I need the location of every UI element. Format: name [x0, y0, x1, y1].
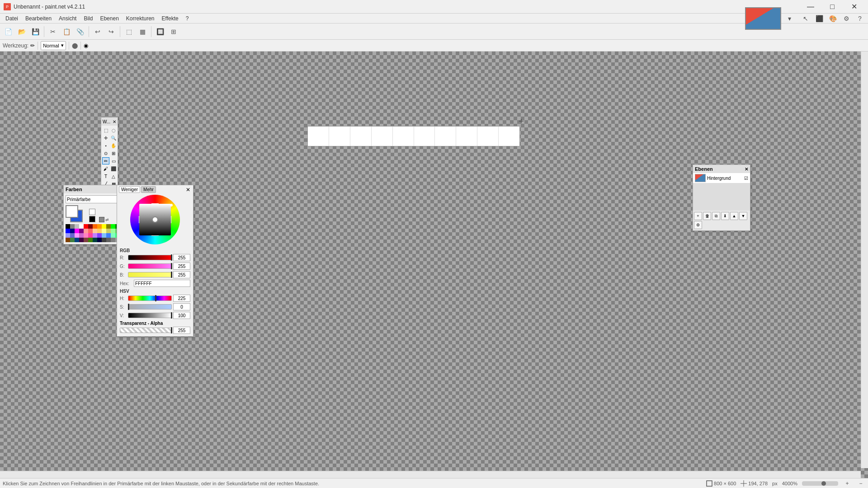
color-swatch[interactable]: [75, 238, 79, 242]
color-swatch[interactable]: [97, 229, 102, 233]
layer-item-background[interactable]: Hintergrund ☑: [693, 173, 750, 183]
tool-eraser[interactable]: ▭: [110, 157, 117, 164]
vertical-scrollbar[interactable]: [861, 52, 868, 468]
tool-text[interactable]: T: [102, 173, 109, 180]
color-swatch[interactable]: [88, 238, 93, 242]
menu-datei[interactable]: Datei: [2, 14, 22, 23]
cut-button[interactable]: ✂: [47, 25, 59, 38]
duplicate-layer-button[interactable]: ⧉: [712, 212, 720, 220]
alpha-value[interactable]: 255: [173, 327, 190, 334]
menu-ebenen[interactable]: Ebenen: [96, 14, 122, 23]
thumbnail-dropdown[interactable]: ▾: [783, 12, 796, 25]
s-value[interactable]: 0: [173, 303, 190, 310]
b-value[interactable]: 255: [173, 271, 190, 278]
color-swatch[interactable]: [70, 229, 75, 233]
open-file-button[interactable]: 📂: [15, 25, 28, 38]
color-swatch[interactable]: [70, 224, 75, 229]
toolbox-close-button[interactable]: ✕: [113, 119, 116, 124]
color-swatch[interactable]: [102, 238, 106, 242]
tool-shapes[interactable]: △: [110, 173, 117, 180]
color-swatch[interactable]: [88, 229, 93, 233]
zoom-in-button[interactable]: +: [843, 479, 852, 488]
toolbox-header[interactable]: W... ✕: [101, 117, 118, 126]
color-swatch[interactable]: [106, 229, 111, 233]
tool-lasso[interactable]: ◌: [110, 127, 117, 134]
hex-value[interactable]: FFFFFF: [134, 280, 190, 287]
b-slider[interactable]: [128, 272, 172, 277]
new-file-button[interactable]: 📄: [2, 25, 14, 38]
layer-properties-button[interactable]: ⚙: [694, 221, 702, 229]
crop-button[interactable]: 🔲: [154, 25, 166, 38]
color-swatch[interactable]: [97, 224, 102, 229]
delete-layer-button[interactable]: 🗑: [703, 212, 711, 220]
transparency-swatch[interactable]: [99, 217, 104, 222]
blend-mode-dropdown[interactable]: Normal ▾: [41, 41, 66, 50]
color-swatch[interactable]: [70, 233, 75, 238]
color-swatch[interactable]: [106, 233, 111, 238]
color-swatch[interactable]: [111, 224, 115, 229]
toolbar-settings-left[interactable]: ↖: [799, 12, 812, 25]
background-reset[interactable]: [89, 216, 95, 222]
color-swatch[interactable]: [66, 233, 70, 238]
color-swatch[interactable]: [84, 229, 88, 233]
zoom-slider[interactable]: [802, 481, 838, 486]
color-swatch[interactable]: [102, 224, 106, 229]
r-slider[interactable]: [128, 255, 172, 260]
color-swatch[interactable]: [111, 229, 115, 233]
color-swatch[interactable]: [66, 238, 70, 242]
layers-header[interactable]: Ebenen ✕: [693, 165, 750, 173]
add-layer-button[interactable]: +: [694, 212, 702, 220]
save-button[interactable]: 💾: [29, 25, 42, 38]
g-value[interactable]: 255: [173, 263, 190, 270]
color-swatch[interactable]: [84, 224, 88, 229]
color-swatch[interactable]: [93, 224, 97, 229]
swap-icon[interactable]: ⇌: [105, 217, 109, 222]
color-swatch[interactable]: [75, 224, 79, 229]
r-value[interactable]: 255: [173, 254, 190, 261]
zoom-out-button[interactable]: −: [856, 479, 865, 488]
tool-pencil[interactable]: ✏: [102, 157, 109, 164]
toolbar-question[interactable]: ?: [854, 12, 866, 25]
tool-magic-wand[interactable]: ⋆: [102, 142, 109, 149]
color-swatch[interactable]: [97, 238, 102, 242]
color-swatch[interactable]: [102, 233, 106, 238]
undo-button[interactable]: ↩: [91, 25, 104, 38]
deselect-button[interactable]: ⬚: [123, 25, 135, 38]
alpha-slider[interactable]: [120, 328, 172, 333]
picker-tab-less[interactable]: Weniger: [119, 186, 140, 193]
color-swatch[interactable]: [75, 229, 79, 233]
color-swatch[interactable]: [70, 238, 75, 242]
color-swatch[interactable]: [106, 224, 111, 229]
tool-zoom[interactable]: 🔍: [110, 134, 117, 141]
color-swatch[interactable]: [79, 229, 84, 233]
move-layer-down-button[interactable]: ▼: [739, 212, 747, 220]
s-slider[interactable]: [128, 304, 172, 310]
menu-ansicht[interactable]: Ansicht: [55, 14, 80, 23]
color-swatch[interactable]: [84, 238, 88, 242]
paste-button[interactable]: 📎: [74, 25, 86, 38]
color-swatch[interactable]: [66, 229, 70, 233]
color-swatch[interactable]: [88, 224, 93, 229]
tool-zoom-box[interactable]: ⊞: [110, 150, 117, 157]
toolbar-palette[interactable]: 🎨: [826, 12, 839, 25]
resize-button[interactable]: ⊞: [167, 25, 180, 38]
h-slider[interactable]: [128, 296, 172, 301]
merge-layer-button[interactable]: ⬇: [721, 212, 729, 220]
color-swatch[interactable]: [84, 233, 88, 238]
color-swatch[interactable]: [79, 233, 84, 238]
color-swatch[interactable]: [88, 233, 93, 238]
color-swatch[interactable]: [93, 238, 97, 242]
color-swatch[interactable]: [75, 233, 79, 238]
g-slider[interactable]: [128, 263, 172, 269]
horizontal-scrollbar[interactable]: [0, 471, 861, 478]
move-layer-up-button[interactable]: ▲: [730, 212, 738, 220]
color-swatch[interactable]: [93, 229, 97, 233]
picker-close-button[interactable]: ✕: [185, 187, 191, 193]
menu-effekte[interactable]: Effekte: [158, 14, 182, 23]
menu-help[interactable]: ?: [182, 14, 193, 23]
primary-color-swatch[interactable]: [66, 205, 78, 218]
invert-select-button[interactable]: ▦: [136, 25, 149, 38]
menu-bild[interactable]: Bild: [80, 14, 96, 23]
foreground-reset[interactable]: [89, 209, 95, 215]
tool-fill[interactable]: ⬛: [110, 165, 117, 172]
